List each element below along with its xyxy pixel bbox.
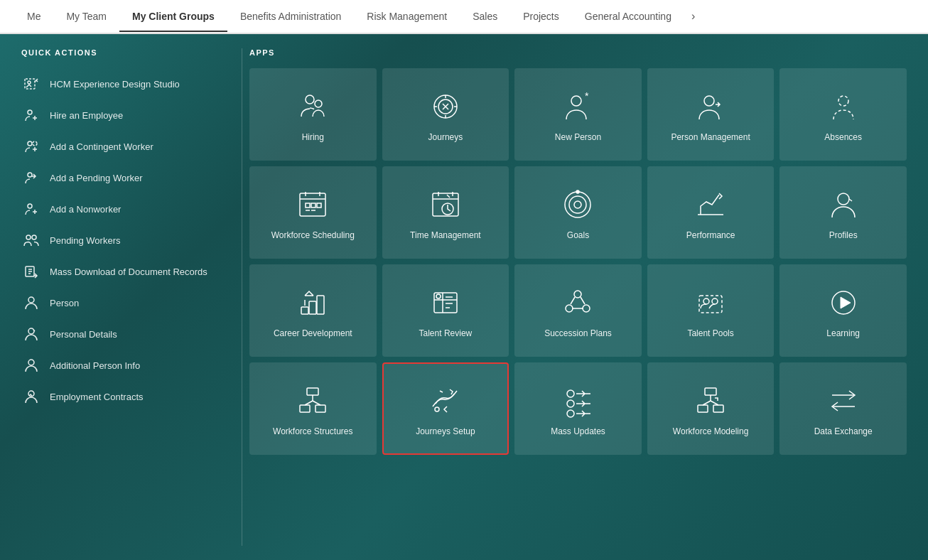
workforce-modeling-label: Workforce Modeling — [673, 426, 749, 438]
page-wrapper: Me My Team My Client Groups Benefits Adm… — [0, 0, 928, 560]
svg-point-1 — [28, 81, 31, 84]
sidebar-item-employment-contracts[interactable]: Employment Contracts — [21, 381, 220, 412]
add-contingent-icon — [21, 136, 41, 156]
nav-item-general-accounting[interactable]: General Accounting — [572, 1, 684, 32]
svg-point-29 — [838, 193, 849, 205]
app-tile-person-management[interactable]: Person Management — [647, 68, 775, 161]
apps-grid: Hiring Journeys — [249, 68, 907, 455]
hiring-label: Hiring — [302, 132, 324, 144]
app-tile-learning[interactable]: Learning — [779, 264, 907, 357]
sidebar-label-contingent: Add a Contingent Worker — [50, 141, 153, 152]
absences-label: Absences — [824, 132, 862, 144]
svg-point-28 — [576, 190, 579, 193]
nav-item-benefits-admin[interactable]: Benefits Administration — [227, 1, 354, 32]
svg-point-12 — [28, 360, 34, 365]
svg-point-14 — [306, 95, 314, 104]
sidebar-item-add-contingent[interactable]: Add a Contingent Worker — [21, 131, 220, 162]
svg-point-6 — [28, 204, 32, 208]
svg-point-49 — [567, 410, 574, 417]
personal-details-icon — [21, 324, 41, 344]
person-icon — [21, 293, 41, 313]
svg-rect-51 — [698, 405, 708, 412]
succession-plans-icon — [559, 284, 596, 321]
mass-download-icon — [21, 262, 41, 281]
design-icon — [21, 74, 41, 94]
time-management-icon — [427, 186, 464, 223]
app-tile-workforce-modeling[interactable]: Workforce Modeling — [647, 362, 775, 455]
sidebar-item-person[interactable]: Person — [21, 287, 220, 318]
app-tile-profiles[interactable]: Profiles — [779, 166, 907, 259]
data-exchange-icon — [825, 382, 862, 419]
svg-point-10 — [28, 297, 34, 303]
sidebar-item-mass-download[interactable]: Mass Download of Document Records — [21, 256, 220, 287]
app-tile-workforce-structures[interactable]: Workforce Structures — [249, 362, 377, 455]
app-tile-performance[interactable]: Performance — [647, 166, 775, 259]
workforce-structures-icon — [294, 382, 331, 419]
app-tile-absences[interactable]: Absences — [779, 68, 907, 161]
sidebar-item-personal-details[interactable]: Personal Details — [21, 318, 220, 350]
nav-item-risk-management[interactable]: Risk Management — [354, 1, 460, 32]
svg-rect-45 — [315, 405, 325, 412]
workforce-scheduling-icon — [294, 186, 331, 223]
sidebar-item-hire-employee[interactable]: Hire an Employee — [21, 99, 220, 131]
new-person-label: New Person — [555, 132, 601, 144]
nav-items: Me My Team My Client Groups Benefits Adm… — [14, 0, 914, 33]
svg-point-48 — [567, 400, 574, 407]
person-management-label: Person Management — [671, 132, 750, 144]
new-person-icon: * — [559, 88, 596, 125]
nav-more-button[interactable]: › — [684, 0, 702, 33]
svg-point-2 — [28, 110, 32, 114]
sidebar-item-additional-person[interactable]: Additional Person Info — [21, 350, 220, 381]
nav-item-me[interactable]: Me — [14, 1, 53, 32]
svg-point-3 — [28, 141, 32, 146]
svg-point-36 — [566, 305, 573, 312]
add-nonworker-icon — [21, 199, 41, 219]
app-tile-data-exchange[interactable]: Data Exchange — [779, 362, 907, 455]
mass-updates-icon — [559, 382, 596, 419]
app-tile-time-management[interactable]: Time Management — [382, 166, 509, 259]
workforce-modeling-icon — [692, 382, 729, 419]
svg-rect-50 — [705, 388, 716, 395]
goals-label: Goals — [567, 230, 589, 242]
svg-rect-31 — [309, 301, 316, 314]
app-tile-talent-review[interactable]: Talent Review — [382, 264, 509, 357]
app-tile-journeys[interactable]: Journeys — [382, 68, 509, 161]
learning-icon — [825, 284, 862, 321]
app-tile-career-development[interactable]: Career Development — [249, 264, 377, 357]
sidebar-label-hcm: HCM Experience Design Studio — [50, 79, 180, 90]
svg-point-34 — [436, 294, 441, 298]
nav-item-sales[interactable]: Sales — [460, 1, 510, 32]
talent-pools-label: Talent Pools — [687, 328, 733, 340]
app-tile-hiring[interactable]: Hiring — [249, 68, 377, 161]
data-exchange-label: Data Exchange — [814, 426, 873, 438]
sidebar-item-pending-workers[interactable]: Pending Workers — [21, 225, 220, 256]
mass-updates-label: Mass Updates — [551, 426, 605, 438]
svg-point-15 — [315, 100, 322, 107]
nav-item-my-team[interactable]: My Team — [53, 1, 119, 32]
svg-point-27 — [574, 201, 581, 208]
svg-rect-38 — [699, 296, 722, 313]
nav-item-my-client-groups[interactable]: My Client Groups — [119, 1, 227, 32]
apps-area: APPS Hiring — [242, 34, 928, 560]
app-tile-workforce-scheduling[interactable]: Workforce Scheduling — [249, 166, 377, 259]
nav-item-projects[interactable]: Projects — [510, 1, 572, 32]
svg-point-47 — [567, 390, 574, 397]
journeys-icon — [427, 88, 464, 125]
app-tile-new-person[interactable]: * New Person — [514, 68, 642, 161]
additional-person-icon — [21, 355, 41, 375]
sidebar-label-personal: Personal Details — [50, 329, 117, 340]
sidebar-item-hcm-design-studio[interactable]: HCM Experience Design Studio — [21, 68, 220, 99]
workforce-scheduling-label: Workforce Scheduling — [271, 230, 355, 242]
app-tile-talent-pools[interactable]: Talent Pools — [647, 264, 775, 357]
app-tile-goals[interactable]: Goals — [514, 166, 642, 259]
career-development-label: Career Development — [274, 328, 352, 340]
sidebar-item-add-pending[interactable]: Add a Pending Worker — [21, 162, 220, 193]
app-tile-mass-updates[interactable]: Mass Updates — [514, 362, 642, 455]
sidebar-label-pending-workers: Pending Workers — [50, 235, 120, 246]
app-tile-journeys-setup[interactable]: Journeys Setup — [382, 362, 509, 455]
sidebar-item-add-nonworker[interactable]: Add a Nonworker — [21, 193, 220, 225]
app-tile-succession-plans[interactable]: Succession Plans — [514, 264, 642, 357]
succession-plans-label: Succession Plans — [544, 328, 612, 340]
talent-review-icon — [427, 284, 464, 321]
sidebar-label-pending: Add a Pending Worker — [50, 173, 143, 183]
